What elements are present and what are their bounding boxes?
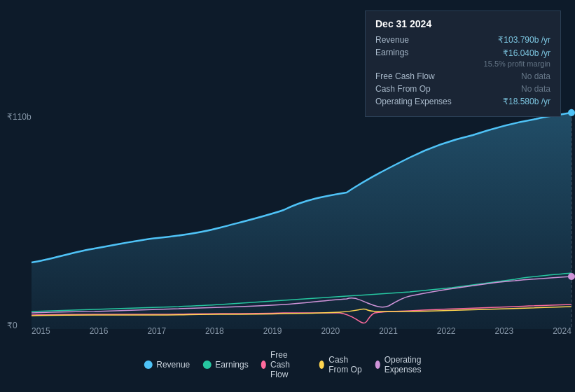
tooltip-cfo-value: No data — [521, 84, 550, 94]
x-label-2023: 2023 — [495, 326, 514, 336]
revenue-area — [32, 113, 571, 329]
x-label-2017: 2017 — [147, 326, 166, 336]
legend-dot-earnings — [202, 360, 211, 369]
chart-legend: Revenue Earnings Free Cash Flow Cash Fro… — [144, 350, 431, 379]
legend-dot-fcf — [261, 360, 266, 369]
legend-cfo[interactable]: Cash From Op — [319, 355, 362, 374]
chart-tooltip: Dec 31 2024 Revenue ₹103.790b /yr Earnin… — [365, 10, 561, 117]
x-label-2024: 2024 — [553, 326, 571, 336]
y-label-zero: ₹0 — [7, 321, 18, 330]
legend-label-revenue: Revenue — [156, 360, 190, 370]
tooltip-fcf-label: Free Cash Flow — [375, 71, 435, 81]
legend-dot-opex — [375, 360, 380, 369]
legend-label-fcf: Free Cash Flow — [270, 350, 307, 379]
legend-label-opex: Operating Expenses — [385, 355, 431, 374]
x-label-2020: 2020 — [321, 326, 340, 336]
legend-label-cfo: Cash From Op — [328, 355, 362, 374]
tooltip-date: Dec 31 2024 — [375, 18, 550, 29]
legend-dot-cfo — [319, 360, 324, 369]
legend-label-earnings: Earnings — [215, 360, 248, 370]
tooltip-fcf-row: Free Cash Flow No data — [375, 71, 550, 81]
y-label-top: ₹110b — [7, 112, 32, 122]
tooltip-earnings-row: Earnings ₹16.040b /yr 15.5% profit margi… — [375, 48, 550, 69]
tooltip-cfo-label: Cash From Op — [375, 84, 431, 94]
legend-earnings[interactable]: Earnings — [202, 360, 248, 370]
opex-dot — [568, 273, 575, 280]
chart-container: ₹110b ₹0 Dec 31 2024 Revenue ₹103.790b /… — [0, 0, 575, 392]
x-label-2022: 2022 — [437, 326, 456, 336]
x-label-2021: 2021 — [379, 326, 398, 336]
tooltip-earnings-value: ₹16.040b /yr — [503, 48, 550, 58]
legend-fcf[interactable]: Free Cash Flow — [261, 350, 307, 379]
x-label-2015: 2015 — [32, 326, 50, 336]
tooltip-cfo-row: Cash From Op No data — [375, 84, 550, 94]
tooltip-earnings-label: Earnings — [375, 48, 408, 69]
x-axis: 2015 2016 2017 2018 2019 2020 2021 2022 … — [32, 323, 571, 340]
x-label-2019: 2019 — [263, 326, 282, 336]
tooltip-revenue-label: Revenue — [375, 35, 409, 45]
tooltip-revenue-row: Revenue ₹103.790b /yr — [375, 35, 550, 45]
legend-revenue[interactable]: Revenue — [144, 360, 190, 370]
x-label-2018: 2018 — [205, 326, 224, 336]
tooltip-opex-row: Operating Expenses ₹18.580b /yr — [375, 97, 550, 106]
legend-dot-revenue — [144, 360, 152, 369]
tooltip-profit-margin: 15.5% profit margin — [484, 59, 550, 68]
chart-svg — [32, 108, 571, 329]
tooltip-revenue-value: ₹103.790b /yr — [498, 35, 550, 45]
tooltip-opex-label: Operating Expenses — [375, 97, 452, 106]
x-label-2016: 2016 — [90, 326, 109, 336]
tooltip-opex-value: ₹18.580b /yr — [503, 97, 550, 106]
tooltip-fcf-value: No data — [521, 71, 550, 81]
revenue-dot — [568, 109, 575, 116]
legend-opex[interactable]: Operating Expenses — [375, 355, 431, 374]
